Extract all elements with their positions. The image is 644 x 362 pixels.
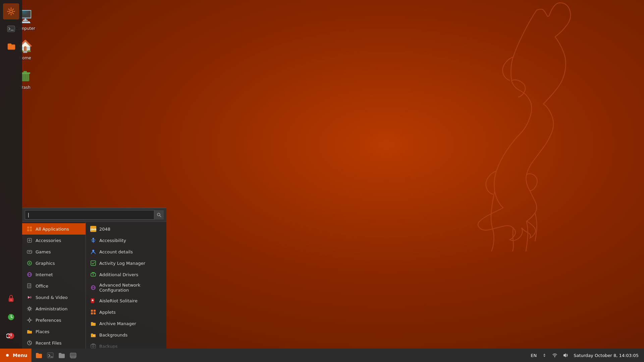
app-network-label: Advanced Network Configuration: [99, 283, 162, 293]
taskbar-datetime[interactable]: Saturday October 8, 14:03:05: [572, 352, 640, 359]
category-accessories[interactable]: Accessories: [22, 235, 86, 246]
app-accessibility[interactable]: Accessibility: [86, 235, 166, 246]
app-additional-drivers[interactable]: Additional Drivers: [86, 269, 166, 280]
search-button[interactable]: [154, 210, 164, 220]
svg-point-10: [10, 299, 12, 301]
category-preferences-label: Preferences: [36, 318, 61, 323]
app-backgrounds[interactable]: Backgrounds: [86, 329, 166, 341]
taskbar-arrows[interactable]: [541, 352, 548, 358]
app-account-icon: [90, 248, 97, 255]
app-backups-label: Backups: [99, 344, 117, 349]
sidebar-icon-power[interactable]: [3, 328, 19, 344]
svg-rect-47: [91, 312, 93, 314]
category-games[interactable]: Games: [22, 246, 86, 257]
taskbar-files[interactable]: [56, 350, 67, 361]
sidebar-icon-lock[interactable]: [3, 290, 19, 306]
svg-point-24: [29, 262, 31, 264]
taskbar-files-orange[interactable]: [34, 350, 44, 361]
svg-rect-18: [30, 229, 32, 231]
app-archive-icon: [90, 320, 97, 327]
app-backgrounds-icon: [90, 331, 97, 338]
app-activity-icon: [90, 260, 97, 266]
svg-rect-51: [91, 345, 96, 348]
taskbar-terminal[interactable]: [45, 350, 56, 361]
app-backgrounds-label: Backgrounds: [99, 333, 127, 338]
svg-rect-2: [23, 71, 27, 73]
app-backups-icon: [90, 343, 97, 349]
svg-point-31: [29, 319, 31, 321]
lang-label: EN: [531, 353, 537, 358]
svg-marker-64: [564, 353, 566, 357]
sidebar-bottom: [3, 290, 19, 349]
app-activity-log-label: Activity Log Manager: [99, 261, 145, 266]
graphics-icon: [26, 260, 33, 266]
sidebar-icon-files[interactable]: [3, 38, 19, 54]
datetime-label: Saturday October 8, 14:03:05: [574, 353, 639, 358]
taskbar: Menu: [0, 349, 644, 362]
apps-list: 2048 2048 Accessibility: [86, 222, 166, 349]
category-sound-video-label: Sound & Video: [36, 295, 68, 300]
menu-icon: [4, 352, 11, 359]
app-archive-label: Archive Manager: [99, 321, 136, 326]
app-network-icon: [90, 284, 97, 291]
categories-panel: All Applications Accessories: [22, 222, 86, 349]
svg-rect-37: [91, 261, 96, 265]
app-menu: All Applications Accessories: [22, 208, 166, 349]
app-backups[interactable]: Backups: [86, 341, 166, 349]
search-input[interactable]: [25, 210, 154, 220]
svg-rect-16: [30, 227, 32, 229]
svg-rect-15: [27, 227, 29, 229]
menu-button[interactable]: Menu: [0, 349, 32, 362]
menu-content: All Applications Accessories: [22, 222, 166, 349]
category-recent[interactable]: Recent Files: [22, 337, 86, 349]
category-games-label: Games: [36, 249, 51, 254]
places-icon: [26, 328, 33, 335]
all-applications-icon: [26, 226, 33, 232]
category-places[interactable]: Places: [22, 326, 86, 337]
app-activity-log[interactable]: Activity Log Manager: [86, 257, 166, 269]
app-applets[interactable]: Applets: [86, 306, 166, 318]
svg-line-14: [160, 216, 161, 217]
app-aisleriot[interactable]: ♠ AisleRiot Solitaire: [86, 295, 166, 306]
taskbar-app-icons: [32, 350, 80, 361]
category-recent-label: Recent Files: [36, 341, 62, 346]
app-2048[interactable]: 2048 2048: [86, 223, 166, 235]
taskbar-wifi[interactable]: [551, 352, 559, 359]
svg-point-35: [93, 238, 94, 240]
app-adv-network[interactable]: Advanced Network Configuration: [86, 280, 166, 295]
svg-rect-17: [27, 229, 29, 231]
svg-rect-48: [94, 312, 96, 314]
svg-rect-7: [7, 26, 15, 32]
svg-point-39: [93, 274, 94, 275]
svg-rect-46: [94, 310, 96, 312]
taskbar-lang[interactable]: EN: [529, 352, 538, 359]
app-accessibility-icon: [90, 237, 97, 244]
taskbar-volume[interactable]: [561, 352, 570, 359]
recent-icon: [26, 340, 33, 346]
category-all[interactable]: All Applications: [22, 223, 86, 235]
category-office[interactable]: Office: [22, 280, 86, 292]
app-archive-manager[interactable]: Archive Manager: [86, 318, 166, 329]
svg-text:2048: 2048: [90, 228, 96, 231]
taskbar-system[interactable]: [68, 350, 78, 361]
sound-video-icon: [26, 294, 33, 301]
category-all-label: All Applications: [36, 227, 69, 232]
app-solitaire-label: AisleRiot Solitaire: [99, 298, 138, 303]
app-drivers-label: Additional Drivers: [99, 272, 138, 277]
category-internet[interactable]: Internet: [22, 269, 86, 280]
category-graphics[interactable]: Graphics: [22, 257, 86, 269]
svg-rect-45: [91, 310, 93, 312]
preferences-icon: [26, 317, 33, 323]
sidebar-icon-terminal[interactable]: [3, 21, 19, 37]
app-account-details[interactable]: Account details: [86, 246, 166, 257]
category-graphics-label: Graphics: [36, 261, 55, 266]
category-administration[interactable]: Administration: [22, 303, 86, 314]
games-icon: [26, 248, 33, 255]
svg-rect-59: [70, 353, 76, 358]
svg-point-36: [92, 250, 94, 252]
category-preferences[interactable]: Preferences: [22, 314, 86, 326]
svg-point-50: [93, 335, 95, 336]
sidebar-icon-update[interactable]: [3, 309, 19, 325]
sidebar-icon-settings[interactable]: [3, 3, 19, 19]
category-sound-video[interactable]: Sound & Video: [22, 292, 86, 303]
